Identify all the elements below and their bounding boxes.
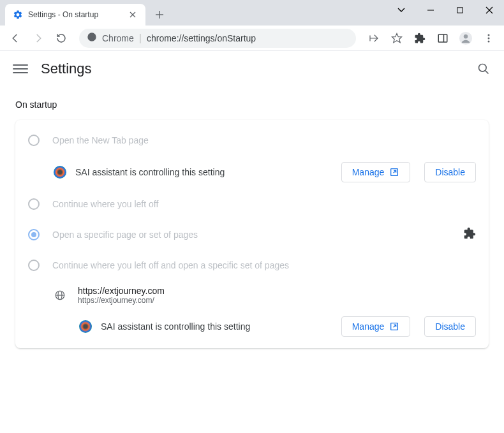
forward-button[interactable] (28, 28, 48, 48)
back-button[interactable] (5, 28, 26, 48)
chevron-down-icon[interactable] (387, 0, 416, 20)
svg-line-18 (485, 71, 489, 74)
maximize-button[interactable] (445, 0, 475, 20)
settings-content: On startup Open the New Tab page SAI ass… (0, 87, 504, 361)
open-external-icon (389, 167, 399, 177)
gear-icon (13, 10, 23, 20)
manage-button[interactable]: Manage (341, 316, 411, 337)
svg-rect-10 (438, 34, 447, 42)
url-scheme: Chrome (102, 33, 134, 43)
disable-button[interactable]: Disable (424, 316, 476, 337)
section-title: On startup (15, 99, 489, 110)
share-icon[interactable] (364, 28, 384, 48)
tab-title: Settings - On startup (28, 10, 122, 19)
url-divider: | (139, 33, 142, 44)
disable-label: Disable (435, 167, 465, 177)
page-title: Settings (41, 61, 463, 77)
radio-icon[interactable] (28, 229, 40, 240)
disable-button[interactable]: Disable (424, 162, 476, 182)
hamburger-icon[interactable] (13, 61, 28, 77)
address-bar[interactable]: Chrome | chrome://settings/onStartup (79, 29, 356, 48)
puzzle-icon (463, 227, 476, 242)
reload-button[interactable] (51, 28, 71, 48)
svg-point-17 (479, 64, 487, 72)
option-label: Open the New Tab page (52, 135, 476, 145)
svg-point-13 (464, 34, 468, 38)
window-controls (387, 0, 504, 20)
menu-icon[interactable] (478, 28, 499, 48)
manage-label: Manage (352, 321, 385, 332)
svg-point-14 (488, 34, 490, 36)
extension-icon (54, 166, 66, 179)
side-panel-icon[interactable] (433, 28, 453, 48)
open-external-icon (389, 321, 399, 332)
svg-point-8 (87, 33, 96, 41)
browser-toolbar: Chrome | chrome://settings/onStartup (0, 26, 504, 51)
search-icon[interactable] (476, 61, 491, 77)
page-url: https://extjourney.com (78, 286, 165, 296)
controlled-banner: SAI assistant is controlling this settin… (15, 310, 489, 343)
svg-point-16 (488, 40, 490, 42)
startup-page-row: https://extjourney.com https://extjourne… (15, 281, 489, 310)
controlled-text: SAI assistant is controlling this settin… (75, 167, 332, 177)
window-titlebar: Settings - On startup (0, 0, 504, 26)
option-continue-specific[interactable]: Continue where you left off and open a s… (15, 250, 489, 281)
profile-icon[interactable] (456, 28, 476, 48)
extensions-icon[interactable] (410, 28, 430, 48)
svg-point-15 (488, 37, 490, 39)
url-path: chrome://settings/onStartup (147, 33, 256, 43)
disable-label: Disable (435, 321, 465, 332)
option-new-tab[interactable]: Open the New Tab page (15, 125, 489, 156)
page-url-full: https://extjourney.com/ (78, 296, 165, 305)
extension-icon (79, 320, 92, 333)
svg-marker-9 (392, 33, 402, 42)
option-label: Continue where you left off and open a s… (52, 260, 476, 270)
option-continue[interactable]: Continue where you left off (15, 189, 489, 219)
chrome-icon (87, 32, 97, 45)
controlled-banner: SAI assistant is controlling this settin… (15, 156, 489, 189)
bookmark-icon[interactable] (387, 28, 407, 48)
manage-button[interactable]: Manage (341, 162, 411, 182)
option-label: Open a specific page or set of pages (52, 230, 450, 240)
globe-icon (54, 289, 66, 302)
manage-label: Manage (352, 167, 385, 177)
close-icon[interactable] (128, 10, 138, 20)
startup-card: Open the New Tab page SAI assistant is c… (15, 120, 489, 348)
minimize-button[interactable] (416, 0, 445, 20)
option-specific[interactable]: Open a specific page or set of pages (15, 219, 489, 250)
browser-tab[interactable]: Settings - On startup (5, 4, 145, 26)
radio-icon[interactable] (28, 260, 40, 271)
radio-icon[interactable] (28, 198, 40, 210)
close-button[interactable] (475, 0, 504, 20)
option-label: Continue where you left off (52, 199, 476, 209)
svg-rect-5 (457, 8, 463, 13)
radio-icon[interactable] (28, 135, 40, 146)
new-tab-button[interactable] (151, 6, 168, 24)
controlled-text: SAI assistant is controlling this settin… (101, 321, 332, 332)
settings-header: Settings (0, 51, 504, 87)
